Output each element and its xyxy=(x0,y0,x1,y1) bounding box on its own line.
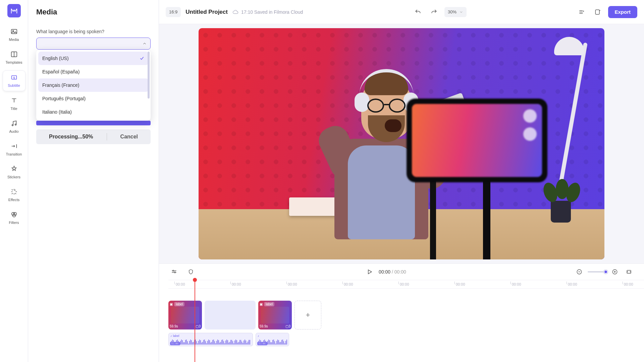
note-button[interactable] xyxy=(592,6,603,18)
language-option-italian[interactable]: Italiano (Italia) xyxy=(38,105,149,119)
language-option-label: Français (France) xyxy=(42,82,79,88)
transition-icon xyxy=(10,142,18,150)
layout-icon xyxy=(10,50,18,58)
shield-icon[interactable] xyxy=(185,266,197,278)
language-option-label: Español (España) xyxy=(42,69,79,74)
rail-item-title[interactable]: Title xyxy=(3,94,25,114)
empty-clip[interactable] xyxy=(205,301,256,329)
ruler-tick: 00:00 xyxy=(456,282,465,286)
ruler-tick: 00:00 xyxy=(288,282,297,286)
playhead[interactable] xyxy=(195,280,195,362)
audio-track: ♪label 59.9s ♪ 59.9s xyxy=(168,333,644,346)
main-area: 16:9 Untitled Project 17:10 Saved in Fil… xyxy=(159,0,644,362)
rail-label: Transition xyxy=(6,152,22,156)
plus-icon: + xyxy=(306,311,310,319)
language-option-label: Português (Portugal) xyxy=(42,96,86,101)
video-preview[interactable] xyxy=(199,28,604,259)
ruler-tick: 00:00 xyxy=(232,282,241,286)
rail-item-templates[interactable]: Templates xyxy=(3,48,25,68)
add-clip-button[interactable]: + xyxy=(294,301,321,329)
language-select[interactable] xyxy=(36,38,151,50)
clip-label: label xyxy=(174,302,184,306)
aspect-ratio-chip[interactable]: 16:9 xyxy=(166,7,181,17)
language-dropdown: English (US) Español (España) Français (… xyxy=(36,50,151,121)
clip-label: label xyxy=(264,302,274,306)
timeline-tracks[interactable]: ▣label 59.9s▢3 ▣label 59.9s▢3 + ♪label 5… xyxy=(168,289,644,362)
rail-label: Audio xyxy=(9,129,18,133)
play-button[interactable] xyxy=(364,266,375,278)
action-bar xyxy=(36,121,151,125)
cloud-icon xyxy=(232,9,238,15)
panel-title: Media xyxy=(28,0,159,24)
rail-item-filters[interactable]: Filters xyxy=(3,208,25,228)
dropdown-scrollbar[interactable] xyxy=(148,52,150,119)
zoom-value: 30% xyxy=(448,9,457,14)
rail-label: Subtitle xyxy=(8,83,20,87)
zoom-in-button[interactable] xyxy=(609,266,621,278)
rail-item-stickers[interactable]: Stickers xyxy=(3,162,25,182)
clip-label: label xyxy=(173,334,179,338)
music-icon xyxy=(10,119,18,127)
language-question: What language is being spoken? xyxy=(36,29,151,34)
audio-clip[interactable]: ♪ 59.9s xyxy=(256,333,289,346)
svg-rect-10 xyxy=(595,10,599,14)
rail-item-effects[interactable]: Effects xyxy=(3,185,25,205)
rail-label: Stickers xyxy=(7,175,20,179)
rail-label: Effects xyxy=(8,198,19,202)
rail-item-transition[interactable]: Transition xyxy=(3,139,25,160)
rail-item-media[interactable]: Media xyxy=(3,25,25,45)
svg-point-6 xyxy=(15,124,16,125)
chevron-up-icon xyxy=(142,41,147,46)
rail-label: Title xyxy=(10,107,17,111)
music-icon: ♪ xyxy=(258,334,259,338)
rail-item-subtitle[interactable]: S Subtitle xyxy=(3,70,25,91)
cloud-saved: 17:10 Saved in Filmora Cloud xyxy=(232,9,303,15)
preview-area xyxy=(159,24,644,263)
svg-point-12 xyxy=(174,272,175,273)
svg-point-11 xyxy=(173,270,174,271)
list-button[interactable] xyxy=(576,6,587,18)
video-clip[interactable]: ▣label 59.9s▢3 xyxy=(168,301,202,329)
ruler-tick: 00:00 xyxy=(568,282,577,286)
language-option-portuguese[interactable]: Português (Portugal) xyxy=(38,92,149,105)
svg-point-5 xyxy=(12,125,13,126)
topbar: 16:9 Untitled Project 17:10 Saved in Fil… xyxy=(159,0,644,24)
audio-clip[interactable]: ♪label 59.9s xyxy=(168,333,253,346)
zoom-select[interactable]: 30% xyxy=(444,7,467,17)
rail-label: Media xyxy=(9,38,19,42)
filters-icon xyxy=(10,210,18,219)
language-option-label: English (US) xyxy=(42,56,69,61)
language-option-english[interactable]: English (US) xyxy=(38,52,149,65)
rail-item-audio[interactable]: Audio xyxy=(3,117,25,137)
timeline-ruler[interactable]: 00:00 00:00 00:00 00:00 00:00 00:00 00:0… xyxy=(168,280,644,289)
music-icon: ♪ xyxy=(170,334,172,338)
clip-count: ▢3 xyxy=(196,324,201,328)
lock-icon: ▣ xyxy=(170,302,173,306)
video-track: ▣label 59.9s▢3 ▣label 59.9s▢3 + xyxy=(168,301,644,329)
sticker-icon xyxy=(10,165,18,173)
export-button[interactable]: Export xyxy=(608,6,638,18)
settings-icon[interactable] xyxy=(168,266,180,278)
language-option-spanish[interactable]: Español (España) xyxy=(38,65,149,78)
processing-row: Processing...50% Cancel xyxy=(36,129,151,144)
cancel-button[interactable]: Cancel xyxy=(120,134,138,140)
redo-button[interactable] xyxy=(428,6,440,18)
processing-text: Processing...50% xyxy=(49,134,93,140)
fit-button[interactable] xyxy=(623,266,635,278)
ruler-tick: 00:00 xyxy=(624,282,633,286)
project-title[interactable]: Untitled Project xyxy=(185,9,228,15)
undo-button[interactable] xyxy=(412,6,424,18)
language-option-label: Italiano (Italia) xyxy=(42,109,72,115)
clip-duration: 59.9s xyxy=(170,324,178,328)
video-clip[interactable]: ▣label 59.9s▢3 xyxy=(258,301,292,329)
language-option-french[interactable]: Français (France) xyxy=(38,78,149,92)
timeline: 00:00 / 00:00 00:00 00:00 00:00 00:00 xyxy=(159,263,644,362)
svg-text:S: S xyxy=(13,76,15,79)
lock-icon: ▣ xyxy=(260,302,263,306)
rail-label: Templates xyxy=(5,60,22,64)
divider xyxy=(107,133,107,140)
zoom-slider[interactable] xyxy=(588,271,606,273)
subtitle-icon: S xyxy=(10,73,18,81)
zoom-out-button[interactable] xyxy=(574,266,585,278)
export-label: Export xyxy=(615,9,631,15)
